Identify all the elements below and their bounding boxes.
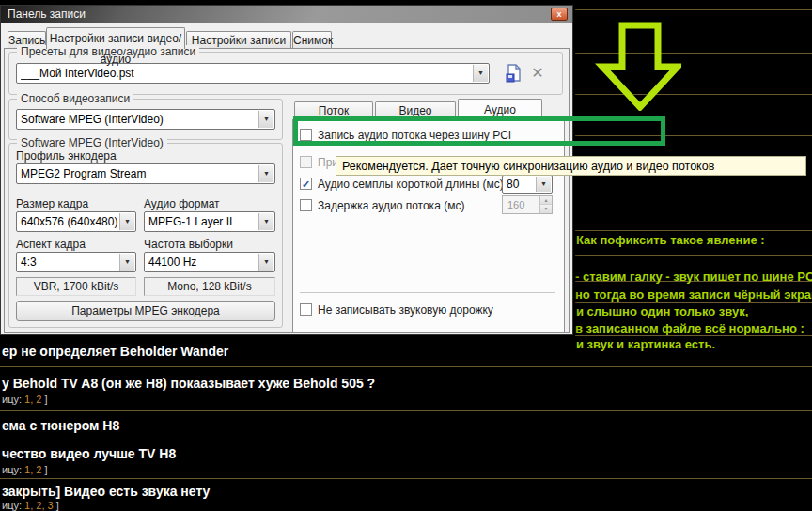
annotation-line: но тогда во время записи чёрный экран [575, 287, 812, 302]
checkbox-no-sound-label: Не записывать звуковую дорожку [318, 303, 493, 317]
page-links[interactable]: 1, 2 [24, 464, 41, 475]
checkbox-icon [300, 156, 312, 168]
sample-rate-label: Частота выборки [144, 238, 233, 251]
delay-spinner[interactable]: 160 ▲ ▼ [502, 195, 553, 214]
frame-size-value: 640x576 (640x480) [21, 212, 118, 231]
checkbox-checked-icon[interactable]: ✓ [300, 178, 312, 190]
chevron-down-icon[interactable]: ▼ [536, 177, 551, 192]
table-row-divider [0, 410, 812, 411]
frame-size-select[interactable]: 640x576 (640x480) ▼ [16, 211, 136, 232]
table-row-divider [575, 9, 812, 10]
tooltip: Рекомендуется. Дает точную синхронизацию… [336, 156, 806, 176]
pages-bracket: ] [56, 500, 59, 511]
table-row-divider [575, 230, 812, 231]
encoder-profile-value: MPEG2 Program Stream [21, 164, 258, 183]
encoder-profile-select[interactable]: MPEG2 Program Stream ▼ [16, 163, 275, 184]
save-preset-button[interactable] [503, 63, 523, 84]
video-method-select[interactable]: Software MPEG (InterVideo) ▼ [16, 109, 275, 130]
pages-label: ицу: [2, 464, 22, 475]
annotation-line: в записанном файле всё нормально : [575, 321, 804, 335]
chevron-down-icon[interactable]: ▼ [258, 111, 273, 128]
forum-topic-link[interactable]: ер не определяет Beholder Wander [2, 344, 228, 359]
panel-divider [300, 292, 555, 293]
chevron-down-icon[interactable]: ▼ [258, 254, 273, 271]
mpeg-params-button[interactable]: Параметры MPEG энкодера [16, 301, 275, 321]
window-title: Панель записи [8, 8, 86, 21]
audio-tab-panel [292, 119, 565, 333]
delete-preset-button[interactable]: ✕ [527, 63, 548, 84]
chevron-down-icon[interactable]: ▼ [119, 213, 134, 230]
audio-format-label: Аудио формат [144, 197, 220, 210]
close-button[interactable]: x [551, 8, 568, 21]
chevron-down-icon[interactable]: ▼ [473, 65, 488, 82]
checkbox-icon[interactable] [300, 303, 312, 316]
spin-down-icon[interactable]: ▼ [540, 205, 552, 213]
samples-length-value: 80 [507, 176, 535, 193]
forum-topic-link[interactable]: у Behold TV A8 (он же Н8) покаазывает ху… [2, 376, 375, 391]
table-row-divider [575, 335, 812, 336]
frame-size-label: Размер кадра [16, 197, 88, 210]
preset-select[interactable]: ___Мой InterVideo.pst ▼ [16, 63, 490, 84]
title-bar[interactable]: Панель записи x [1, 6, 572, 23]
pages-label: ицу: [2, 394, 22, 405]
aspect-label: Аспект кадра [16, 238, 86, 251]
table-row-divider [0, 441, 812, 441]
table-row-divider [575, 256, 812, 256]
forum-topic-pages[interactable]: ицу: 1, 2, 3 ] [2, 500, 59, 511]
table-row-divider [0, 478, 812, 479]
save-icon [504, 63, 523, 84]
aspect-select[interactable]: 4:3 ▼ [16, 252, 136, 272]
tab-video-audio-settings[interactable]: Настройки записи видео/аудио [46, 27, 185, 49]
pages-bracket: ] [45, 464, 48, 475]
annotation-line: и слышно один только звук, [576, 304, 748, 318]
video-bitrate-field: VBR, 1700 kBit/s [16, 277, 136, 296]
forum-topic-link[interactable]: чество видео лучше TV Н8 [2, 446, 176, 461]
annotation-line: Как пофиксить такое явление : [576, 233, 765, 247]
video-method-value: Software MPEG (InterVideo) [21, 110, 258, 129]
chevron-down-icon[interactable]: ▼ [119, 254, 134, 271]
encoder-profile-label: Профиль энкодера [16, 149, 117, 163]
annotation-line: - ставим галку - звук пишет по шине PCI [575, 270, 812, 284]
pages-bracket: ] [45, 394, 48, 405]
encoder-group-label: Software MPEG (InterVideo) [17, 136, 167, 149]
checkbox-delay-label: Задержка аудио потока (мс) [318, 199, 464, 212]
checkbox-icon[interactable] [300, 199, 312, 211]
sample-rate-value: 44100 Hz [148, 253, 258, 271]
pages-label: ицу: [2, 500, 22, 511]
video-method-label: Способ видеозаписи [17, 92, 133, 105]
chevron-down-icon[interactable]: ▼ [258, 165, 273, 182]
delay-value: 160 [508, 196, 524, 213]
forum-topic-link[interactable]: ема с тюнером Н8 [2, 418, 119, 433]
aspect-value: 4:3 [21, 253, 118, 271]
tab-snapshot[interactable]: Снимок [292, 31, 332, 49]
delete-icon: ✕ [531, 65, 543, 81]
highlight-rectangle [293, 116, 665, 146]
page-links[interactable]: 1, 2 [24, 394, 41, 405]
audio-bitrate-field: Mono, 128 kBit/s [144, 277, 275, 296]
annotation-line: и звук и картинка есть. [576, 337, 715, 351]
sample-rate-select[interactable]: 44100 Hz ▼ [144, 252, 275, 272]
table-row-divider [575, 302, 812, 303]
spinner-buttons[interactable]: ▲ ▼ [539, 196, 552, 213]
samples-length-select[interactable]: 80 ▼ [502, 175, 553, 194]
audio-format-select[interactable]: MPEG-1 Layer II ▼ [144, 211, 275, 232]
forum-topic-pages[interactable]: ицу: 1, 2 ] [2, 464, 48, 475]
forum-topic-link[interactable]: закрыть] Видео есть звука нету [2, 484, 210, 499]
audio-format-value: MPEG-1 Layer II [148, 212, 258, 231]
page-links[interactable]: 1, 2, 3 [24, 500, 54, 511]
tab-audio-settings[interactable]: Настройки записи аудио [186, 31, 291, 49]
checkbox-samples-label: Аудио семплы короткой длины (мс) [318, 178, 504, 191]
forum-topic-pages[interactable]: ицу: 1, 2 ] [2, 394, 48, 405]
preset-value: ___Мой InterVideo.pst [21, 64, 472, 83]
chevron-down-icon[interactable]: ▼ [258, 213, 273, 230]
spin-up-icon[interactable]: ▲ [540, 196, 552, 205]
down-arrow-annotation [595, 21, 681, 111]
table-row-divider [0, 366, 812, 367]
